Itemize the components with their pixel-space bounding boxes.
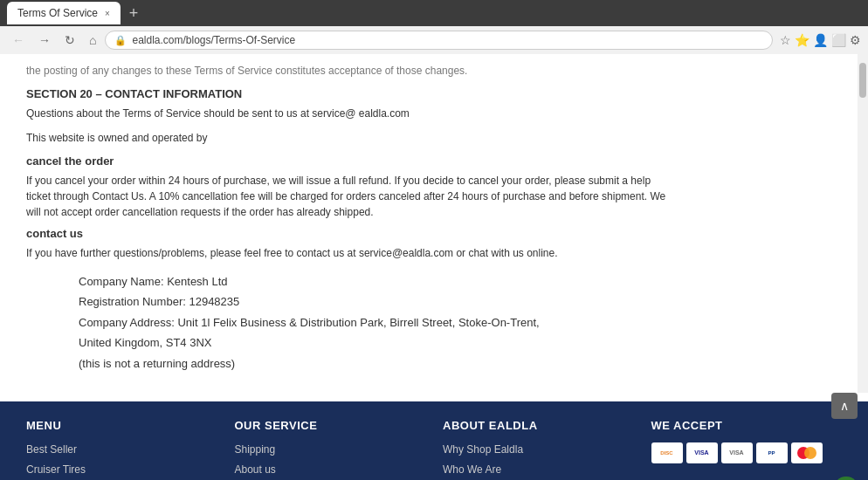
service-list: Shipping About us Privacy Policy: [235, 442, 426, 480]
tab-close-button[interactable]: ×: [105, 9, 110, 18]
address-line1: Company Address: Unit 1l Felix Business …: [79, 312, 672, 333]
why-shop-link[interactable]: Why Shop Ealdla: [443, 443, 523, 456]
menu-list: Best Seller Cruiser Tires Dirt Bike Tire…: [26, 442, 217, 480]
nav-icons: ☆ ⭐ 👤 ⬜ ⚙: [780, 33, 861, 47]
discover-icon: DISC: [651, 442, 683, 463]
list-item: Shipping: [235, 442, 426, 456]
cancel-heading: cancel the order: [26, 154, 672, 168]
bookmark-icon[interactable]: ☆: [780, 33, 791, 47]
list-item: Who We Are: [443, 463, 634, 476]
visa-blue-icon: VISA: [686, 442, 718, 463]
address-line2: United Kingdom, ST4 3NX: [79, 333, 672, 353]
best-seller-link[interactable]: Best Seller: [26, 443, 77, 456]
visa-gray-icon: VISA: [721, 442, 753, 463]
footer-accept-section: WE ACCEPT DISC VISA VISA PP: [651, 419, 843, 480]
tablet-icon[interactable]: ⬜: [831, 33, 846, 47]
mastercard-icon: [791, 442, 823, 463]
footer-grid: MENU Best Seller Cruiser Tires Dirt Bike…: [26, 419, 842, 480]
svg-point-1: [804, 447, 816, 459]
lock-icon: 🔒: [114, 35, 127, 46]
footer-about-section: ABOUT EALDLA Why Shop Ealdla Who We Are …: [443, 419, 634, 480]
cruiser-tires-link[interactable]: Cruiser Tires: [26, 463, 86, 476]
scroll-to-top-button[interactable]: ∧: [831, 393, 858, 419]
intro-faded-text: the posting of any changes to these Term…: [26, 63, 672, 79]
footer-menu-section: MENU Best Seller Cruiser Tires Dirt Bike…: [26, 419, 217, 480]
who-we-are-link[interactable]: Who We Are: [443, 463, 501, 476]
content-area: the posting of any changes to these Term…: [0, 54, 699, 401]
payment-icons: DISC VISA VISA PP: [651, 442, 843, 463]
active-tab[interactable]: Terms Of Service ×: [7, 2, 121, 24]
tab-title: Terms Of Service: [17, 7, 98, 19]
list-item: Best Seller: [26, 442, 217, 456]
footer-service-section: OUR SERVICE Shipping About us Privacy Po…: [235, 419, 426, 480]
home-button[interactable]: ⌂: [84, 31, 101, 49]
page-content: the posting of any changes to these Term…: [0, 54, 868, 401]
contact-text: If you have further questions/problems, …: [26, 245, 672, 261]
profile-icon[interactable]: 👤: [813, 33, 828, 47]
address-text: ealdla.com/blogs/Terms-Of-Service: [132, 34, 295, 46]
service-heading: OUR SERVICE: [235, 419, 426, 432]
forward-button[interactable]: →: [33, 31, 56, 49]
owned-text: This website is owned and operated by: [26, 130, 672, 146]
section20-heading: SECTION 20 – CONTACT INFORMATION: [26, 87, 672, 100]
star-icon[interactable]: ⭐: [795, 33, 809, 47]
company-info: Company Name: Kentesh Ltd Registration N…: [79, 271, 672, 374]
nav-bar: ← → ↻ ⌂ 🔒 ealdla.com/blogs/Terms-Of-Serv…: [0, 26, 868, 54]
company-name: Company Name: Kentesh Ltd: [79, 271, 672, 291]
address-bar[interactable]: 🔒 ealdla.com/blogs/Terms-Of-Service: [105, 31, 773, 50]
tab-bar: Terms Of Service × +: [0, 0, 868, 26]
list-item: About us: [235, 463, 426, 476]
cancel-text: If you cancel your order within 24 hours…: [26, 173, 672, 220]
scrollbar-thumb[interactable]: [859, 63, 866, 98]
registration: Registration Number: 12948235: [79, 291, 672, 312]
contact-heading: contact us: [26, 227, 672, 240]
scrollbar[interactable]: [858, 54, 868, 393]
accept-heading: WE ACCEPT: [651, 419, 843, 432]
about-us-link[interactable]: About us: [235, 463, 276, 476]
paypal-icon: PP: [756, 442, 788, 463]
about-heading: ABOUT EALDLA: [443, 419, 634, 432]
refresh-button[interactable]: ↻: [59, 31, 80, 49]
back-button[interactable]: ←: [7, 31, 30, 49]
list-item: Why Shop Ealdla: [443, 442, 634, 456]
scroll-up-icon: ∧: [840, 399, 849, 413]
extension-icon[interactable]: ⚙: [850, 33, 861, 47]
address-note: (this is not a returning address): [79, 353, 672, 374]
page-wrapper: the posting of any changes to these Term…: [0, 54, 868, 480]
section20-text: Questions about the Terms of Service sho…: [26, 106, 672, 121]
menu-heading: MENU: [26, 419, 217, 432]
about-list: Why Shop Ealdla Who We Are Motorcycle Sa…: [443, 442, 634, 480]
shipping-link[interactable]: Shipping: [235, 443, 276, 456]
browser-chrome: Terms Of Service × + ← → ↻ ⌂ 🔒 ealdla.co…: [0, 0, 868, 54]
list-item: Cruiser Tires: [26, 463, 217, 476]
new-tab-button[interactable]: +: [124, 4, 144, 23]
footer: MENU Best Seller Cruiser Tires Dirt Bike…: [0, 401, 868, 480]
